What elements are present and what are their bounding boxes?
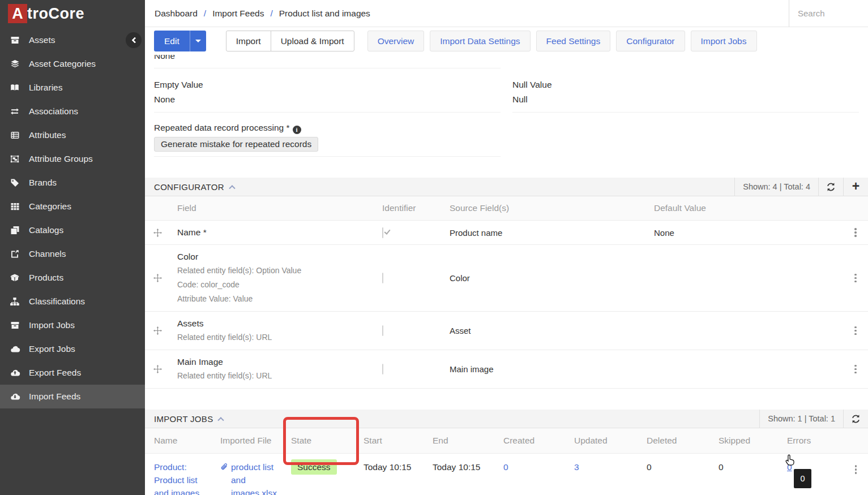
search-box (789, 0, 868, 27)
import-jobs-panel: IMPORT JOBS Shown: 1 | Total: 1 Name Imp… (145, 410, 868, 495)
tab-import-jobs[interactable]: Import Jobs (691, 31, 757, 51)
empty-value-value: None (154, 93, 501, 106)
sidebar-item-label: Export Jobs (29, 344, 75, 354)
sidebar-item-catalogs[interactable]: Catalogs (0, 218, 145, 242)
share-square-icon (9, 249, 20, 259)
column-header-state: State (283, 436, 356, 446)
sidebar-item-brands[interactable]: Brands (0, 171, 145, 195)
cloud-upload-icon (9, 368, 20, 377)
logo-accent-letter: A (8, 4, 27, 23)
field-detail: Attribute Value: Value (177, 292, 368, 305)
breadcrumb-current-page: Product list and images (279, 8, 370, 19)
row-actions-menu[interactable] (852, 363, 859, 376)
sidebar-item-assets[interactable]: Assets (0, 28, 145, 52)
search-input[interactable] (798, 8, 863, 18)
imported-file-link[interactable]: product list and images.xlsx (231, 460, 283, 495)
info-icon[interactable]: i (293, 126, 301, 134)
upload-and-import-button[interactable]: Upload & Import (271, 31, 354, 51)
sidebar-item-products[interactable]: Products (0, 266, 145, 290)
sidebar-item-label: Classifications (29, 296, 85, 307)
refresh-icon[interactable] (843, 410, 868, 428)
sidebar-item-associations[interactable]: Associations (0, 100, 145, 123)
sidebar-item-attribute-groups[interactable]: Attribute Groups (0, 147, 145, 171)
row-actions-menu[interactable] (852, 324, 859, 338)
configurator-table-header: Field Identifier Source Field(s) Default… (145, 196, 868, 221)
tab-feed-settings[interactable]: Feed Settings (536, 31, 611, 51)
chevron-up-icon[interactable] (218, 417, 224, 423)
column-header-skipped: Skipped (711, 436, 779, 446)
caret-down-icon (195, 40, 201, 42)
breadcrumb: Dashboard / Import Feeds / Product list … (145, 0, 789, 27)
hover-tooltip: 0 (794, 469, 811, 488)
import-jobs-panel-title: IMPORT JOBS (145, 414, 213, 424)
add-row-button[interactable]: + (843, 178, 868, 196)
edit-button[interactable]: Edit (154, 31, 190, 51)
row-actions-menu[interactable] (852, 272, 859, 285)
import-jobs-panel-header: IMPORT JOBS Shown: 1 | Total: 1 (145, 410, 868, 428)
sidebar-item-label: Channels (29, 249, 66, 259)
sidebar-item-import-feeds[interactable]: Import Feeds (0, 385, 145, 408)
breadcrumb-dashboard[interactable]: Dashboard (155, 8, 198, 19)
configurator-panel: CONFIGURATOR Shown: 4 | Total: 4 + Field… (145, 178, 868, 389)
updated-count-link[interactable]: 3 (574, 462, 579, 472)
overview-fields: None Empty Value None Null Value Null (145, 55, 868, 157)
sidebar-item-attributes[interactable]: Attributes (0, 123, 145, 147)
job-name-link[interactable]: Product: Product list and images (154, 462, 199, 495)
import-jobs-shown-total: Shown: 1 | Total: 1 (759, 410, 843, 428)
sidebar-item-export-jobs[interactable]: Export Jobs (0, 337, 145, 361)
sidebar-item-classifications[interactable]: Classifications (0, 290, 145, 313)
status-badge: Success (291, 459, 337, 475)
identifier-checkbox (382, 227, 383, 238)
field-detail: Related entity field(s): Option Value (177, 264, 368, 277)
sidebar-item-label: Attribute Groups (29, 154, 93, 164)
drag-handle-icon[interactable] (153, 274, 162, 282)
null-value-label: Null Value (512, 79, 859, 91)
row-actions-menu[interactable] (853, 463, 860, 476)
identifier-checkbox (382, 325, 383, 336)
field-name: Main Image (177, 356, 368, 368)
breadcrumb-import-feeds[interactable]: Import Feeds (212, 8, 264, 19)
sidebar-item-channels[interactable]: Channels (0, 242, 145, 266)
sidebar-item-asset-categories[interactable]: Asset Categories (0, 52, 145, 76)
column-header-updated: Updated (566, 436, 638, 446)
chevron-up-icon[interactable] (229, 185, 235, 191)
tab-configurator[interactable]: Configurator (616, 31, 685, 51)
sidebar-collapse-button[interactable] (126, 32, 142, 48)
edit-dropdown-button[interactable] (190, 31, 206, 51)
cloud-download-icon (9, 392, 20, 401)
repeated-processing-field: Repeated data record processing *i Gener… (154, 113, 501, 157)
table-row: Product: Product list and images product… (145, 454, 868, 495)
refresh-icon[interactable] (818, 178, 843, 196)
default-value: None (645, 228, 843, 238)
field-detail: Related entity field(s): URL (177, 331, 368, 344)
created-count-link[interactable]: 0 (503, 462, 508, 472)
drag-handle-icon[interactable] (153, 365, 162, 373)
drag-handle-icon[interactable] (153, 326, 162, 335)
table-row: Color Related entity field(s): Option Va… (145, 245, 868, 312)
job-start-time: Today 10:15 (356, 454, 425, 474)
import-button[interactable]: Import (226, 31, 271, 51)
sidebar-item-categories[interactable]: Categories (0, 195, 145, 218)
null-value-value: Null (512, 93, 859, 106)
app-root: AtroCore Assets Asset Categories Librari… (0, 0, 868, 495)
sidebar-item-import-jobs[interactable]: Import Jobs (0, 313, 145, 337)
errors-count-link[interactable]: 0 (787, 462, 792, 472)
archive-box-icon (9, 321, 20, 330)
toolbar: Edit Import Upload & Import Overview Imp… (145, 27, 868, 55)
drag-handle-icon[interactable] (153, 229, 162, 237)
logo-text: troCore (27, 5, 84, 23)
sidebar-item-label: Products (29, 273, 63, 283)
field-detail: Related entity field(s): URL (177, 369, 368, 382)
field-name: Name * (177, 226, 368, 239)
column-header-created: Created (494, 436, 566, 446)
tab-overview[interactable]: Overview (367, 31, 425, 51)
source-field: Asset (442, 326, 645, 335)
row-actions-menu[interactable] (852, 226, 859, 239)
sidebar-item-libraries[interactable]: Libraries (0, 76, 145, 100)
sitemap-icon (9, 297, 20, 306)
deleted-count: 0 (638, 454, 711, 474)
tab-import-data-settings[interactable]: Import Data Settings (430, 31, 530, 51)
tag-icon (9, 178, 20, 187)
main-area: Dashboard / Import Feeds / Product list … (145, 0, 868, 495)
sidebar-item-export-feeds[interactable]: Export Feeds (0, 361, 145, 385)
